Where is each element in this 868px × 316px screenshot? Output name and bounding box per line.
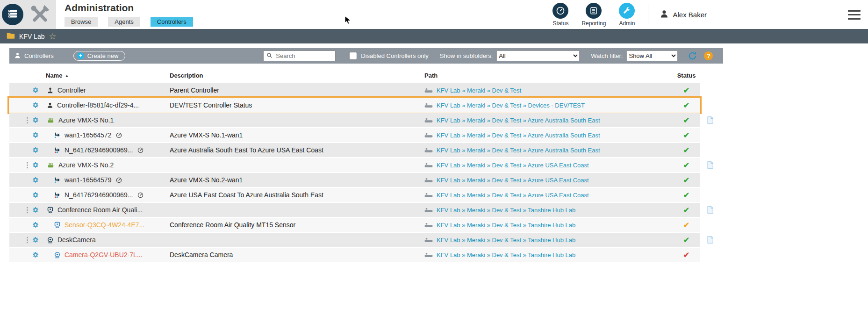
gear-icon[interactable] <box>32 161 39 169</box>
hamburger-menu-icon[interactable] <box>848 10 861 20</box>
row-description: Azure Australia South East To Azure USA … <box>170 146 424 154</box>
row-name-link[interactable]: DeskCamera <box>57 236 96 244</box>
refresh-icon[interactable] <box>688 51 697 60</box>
row-path-link[interactable]: KFV Lab » Meraki » Dev & Test » Azure US… <box>437 162 589 169</box>
status-check-icon: ✔ <box>683 116 689 124</box>
flow-icon <box>54 192 61 198</box>
drag-handle-icon[interactable] <box>26 237 29 244</box>
gear-icon[interactable] <box>32 176 39 184</box>
row-path-link[interactable]: KFV Lab » Meraki » Dev & Test » Devices … <box>437 102 585 109</box>
search-input[interactable] <box>275 52 330 60</box>
gear-icon[interactable] <box>32 206 39 214</box>
row-path-link[interactable]: KFV Lab » Meraki » Dev & Test » Azure Au… <box>437 147 600 154</box>
drag-handle-icon[interactable] <box>26 207 29 214</box>
tab-controllers[interactable]: Controllers <box>151 17 193 27</box>
row-name-link[interactable]: N_641762946900969... <box>65 146 133 154</box>
row-name-link[interactable]: wan1-16564572 <box>65 131 111 139</box>
toolbar-section: Controllers <box>14 52 54 60</box>
gear-icon[interactable] <box>32 131 39 139</box>
row-name-link[interactable]: Controller <box>57 86 86 94</box>
gear-icon[interactable] <box>32 146 39 154</box>
row-path-link[interactable]: KFV Lab » Meraki » Dev & Test » Tanshire… <box>437 237 575 244</box>
column-header-path[interactable]: Path <box>424 72 673 79</box>
row-path-link[interactable]: KFV Lab » Meraki » Dev & Test » Azure US… <box>437 177 589 184</box>
folder-icon <box>7 32 15 41</box>
tab-agents[interactable]: Agents <box>108 17 140 27</box>
table-row: DeskCameraKFV Lab » Meraki » Dev & Test … <box>9 233 723 247</box>
controllers-icon <box>14 52 21 60</box>
sensor-icon <box>54 222 61 229</box>
nav-admin[interactable]: Admin <box>619 3 635 27</box>
gear-icon[interactable] <box>32 191 39 199</box>
status-check-icon: ✔ <box>683 101 689 109</box>
status-check-icon: ✔ <box>683 236 689 244</box>
subfolders-select[interactable]: All <box>496 50 580 61</box>
app-logo[interactable] <box>2 4 23 25</box>
gear-icon[interactable] <box>32 101 39 109</box>
gear-icon[interactable] <box>32 221 39 229</box>
camera-icon <box>54 251 61 259</box>
row-path-link[interactable]: KFV Lab » Meraki » Dev & Test » Azure Au… <box>437 117 600 124</box>
status-check-icon: ✔ <box>683 221 689 229</box>
nav-status[interactable]: Status <box>552 3 568 27</box>
row-path-link[interactable]: KFV Lab » Meraki » Dev & Test » Tanshire… <box>437 207 575 214</box>
table-row: wan1-16564572Azure VMX-S No.1-wan1KFV La… <box>9 128 723 142</box>
row-name-link[interactable]: Sensor-Q3CQ-4W24-4E7... <box>65 221 144 229</box>
gear-icon[interactable] <box>32 236 39 244</box>
drag-handle-icon[interactable] <box>26 117 29 124</box>
table-row: Controller-f8581f4c-df29-4...DEV/TEST Co… <box>9 98 723 112</box>
gear-icon[interactable] <box>32 116 39 124</box>
row-name-link[interactable]: Controller-f8581f4c-df29-4... <box>57 101 139 109</box>
table-row: ControllerParent ControllerKFV Lab » Mer… <box>9 83 723 97</box>
copy-icon[interactable] <box>707 161 713 169</box>
gear-icon[interactable] <box>32 251 39 259</box>
disabled-only-checkbox[interactable] <box>350 52 357 59</box>
column-header-status[interactable]: Status <box>673 72 700 79</box>
breadcrumb[interactable]: KFV Lab <box>19 33 44 40</box>
table-body: ControllerParent ControllerKFV Lab » Mer… <box>9 83 723 262</box>
tab-browse[interactable]: Browse <box>65 17 98 27</box>
flow-icon <box>54 147 61 153</box>
row-name-link[interactable]: wan1-16564579 <box>65 176 111 184</box>
table-row: Azure VMX-S No.1KFV Lab » Meraki » Dev &… <box>9 113 723 127</box>
copy-icon[interactable] <box>707 236 713 244</box>
nav-reporting[interactable]: Reporting <box>581 3 606 27</box>
path-device-icon <box>424 103 433 108</box>
favorite-star-icon[interactable]: ☆ <box>49 32 56 41</box>
search-icon <box>266 52 273 60</box>
row-path-link[interactable]: KFV Lab » Meraki » Dev & Test » Tanshire… <box>437 222 575 229</box>
row-name-link[interactable]: Azure VMX-S No.2 <box>58 161 114 169</box>
row-name-link[interactable]: Camera-Q2GV-UBU2-7L... <box>65 251 143 259</box>
table-header: Name ▲ Description Path Status <box>9 72 700 83</box>
agent-icon <box>47 102 53 109</box>
row-path-link[interactable]: KFV Lab » Meraki » Dev & Test <box>437 87 521 94</box>
row-description: Azure VMX-S No.1-wan1 <box>170 131 424 139</box>
path-device-icon <box>424 237 433 243</box>
row-name-link[interactable]: N_641762946900969... <box>65 191 133 199</box>
header-tabs: Browse Agents Controllers <box>65 17 193 27</box>
path-device-icon <box>424 88 433 93</box>
gauge-icon <box>116 177 122 183</box>
row-description: DEV/TEST Controller Status <box>170 101 424 109</box>
gear-icon[interactable] <box>32 86 39 94</box>
copy-icon[interactable] <box>707 116 713 124</box>
status-check-icon: ✔ <box>683 176 689 184</box>
drag-handle-icon[interactable] <box>26 162 29 169</box>
watch-filter-select[interactable]: Show All <box>626 50 678 61</box>
path-device-icon <box>424 148 433 153</box>
watch-filter-label: Watch filter: <box>591 52 623 59</box>
copy-icon[interactable] <box>707 206 713 214</box>
row-name-link[interactable]: Conference Room Air Quali... <box>57 206 143 214</box>
gauge-icon <box>137 192 143 198</box>
help-icon[interactable]: ? <box>704 51 713 60</box>
row-path-link[interactable]: KFV Lab » Meraki » Dev & Test » Tanshire… <box>437 251 575 259</box>
column-header-name[interactable]: Name ▲ <box>42 72 170 79</box>
row-path-link[interactable]: KFV Lab » Meraki » Dev & Test » Azure Au… <box>437 132 600 139</box>
status-check-icon: ✔ <box>683 251 689 259</box>
create-new-button[interactable]: + Create new <box>73 51 125 61</box>
admin-wrench-icon <box>619 3 635 19</box>
row-name-link[interactable]: Azure VMX-S No.1 <box>58 116 114 124</box>
row-path-link[interactable]: KFV Lab » Meraki » Dev & Test » Azure US… <box>437 192 589 199</box>
user-menu[interactable]: Alex Baker <box>648 4 707 25</box>
column-header-description[interactable]: Description <box>170 72 424 79</box>
